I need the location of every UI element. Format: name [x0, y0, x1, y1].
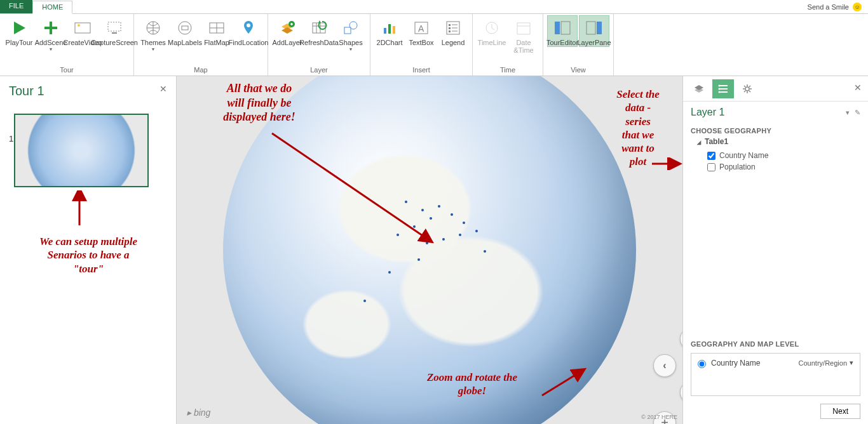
svg-rect-12: [384, 28, 386, 34]
svg-rect-5: [182, 26, 188, 30]
scene-thumbnail[interactable]: [14, 114, 149, 187]
shapes-button[interactable]: Shapes▾: [336, 15, 366, 53]
bing-logo: ▸ bing: [187, 407, 210, 418]
svg-rect-14: [393, 26, 395, 34]
themes-icon: [144, 18, 163, 37]
layer-pane-icon: [585, 18, 604, 37]
svg-point-31: [719, 84, 721, 86]
field-population[interactable]: Population: [697, 161, 860, 173]
chart-icon: [380, 18, 399, 37]
group-insert-label: Insert: [374, 65, 468, 76]
shapes-icon: [341, 18, 360, 37]
svg-point-34: [745, 87, 749, 91]
rotate-left-button[interactable]: ‹: [653, 354, 676, 377]
scene-number: 1: [9, 134, 13, 143]
svg-rect-26: [597, 22, 602, 34]
arrow-icon: [651, 157, 682, 170]
svg-rect-2: [108, 22, 121, 31]
flat-map-button[interactable]: FlatMap: [201, 15, 232, 47]
layer-name: Layer 1: [691, 107, 724, 118]
refresh-data-button[interactable]: RefreshData: [304, 15, 334, 47]
plus-icon: [41, 18, 60, 37]
tab-home[interactable]: HOME: [32, 1, 72, 14]
close-icon[interactable]: ✕: [159, 84, 167, 94]
map-view[interactable]: All that we dowill finally bedisplayed h…: [177, 76, 682, 424]
svg-point-7: [247, 23, 250, 27]
capture-screen-button[interactable]: CaptureScreen: [99, 15, 130, 47]
group-view-label: View: [547, 65, 609, 76]
add-scene-button[interactable]: AddScene▾: [36, 15, 66, 53]
time-line-button: TimeLine: [477, 15, 507, 47]
video-icon: [73, 18, 92, 37]
legend-icon: [444, 18, 463, 37]
tour-editor-icon: [553, 18, 572, 37]
refresh-icon: [309, 18, 329, 37]
main-area: Tour 1 ✕ 1 We can setup multipleSenarios…: [0, 76, 868, 424]
find-location-icon: [239, 18, 258, 37]
geo-level-select[interactable]: Country/Region ▾: [799, 359, 853, 367]
send-a-smile-label: Send a Smile: [808, 3, 849, 11]
annotation-scenarios: We can setup multipleSenarios to have a"…: [15, 235, 161, 275]
here-attribution: © 2017 HERE: [641, 414, 677, 420]
chevron-down-icon: ▾: [850, 359, 853, 367]
globe[interactable]: [223, 76, 636, 424]
send-a-smile[interactable]: Send a Smile ☺: [808, 0, 868, 13]
group-map-label: Map: [138, 65, 264, 76]
svg-rect-0: [75, 23, 90, 33]
svg-point-11: [349, 22, 357, 29]
group-tour-label: Tour: [4, 65, 130, 76]
smile-icon: ☺: [853, 3, 862, 11]
date-time-button: Date &Time: [508, 15, 539, 55]
table-node[interactable]: Table1: [697, 137, 860, 146]
tab-file[interactable]: FILE: [0, 0, 32, 13]
layer-pane-button[interactable]: LayerPane: [579, 15, 609, 47]
2d-chart-button[interactable]: 2DChart: [374, 15, 405, 47]
svg-text:A: A: [418, 23, 424, 34]
svg-rect-10: [344, 27, 351, 34]
add-layer-button[interactable]: AddLayer: [272, 15, 302, 47]
layer-dropdown-icon[interactable]: ▾: [846, 109, 850, 117]
edit-icon[interactable]: ✎: [855, 109, 860, 117]
layer-tab-fields[interactable]: [712, 79, 734, 98]
svg-rect-18: [449, 24, 451, 26]
svg-rect-24: [561, 22, 570, 34]
svg-rect-19: [449, 27, 451, 29]
play-tour-button[interactable]: PlayTour: [4, 15, 34, 47]
themes-button[interactable]: Themes▾: [138, 15, 168, 53]
datetime-icon: [514, 18, 533, 37]
svg-point-32: [719, 88, 721, 89]
text-box-button[interactable]: ATextBox: [406, 15, 437, 47]
flat-map-icon: [207, 18, 226, 37]
close-icon[interactable]: ✕: [854, 83, 862, 93]
geo-level-radio[interactable]: [698, 360, 706, 368]
layer-tab-settings[interactable]: [736, 79, 758, 98]
svg-rect-25: [587, 22, 595, 34]
find-location-button[interactable]: FindLocation: [233, 15, 264, 47]
geo-level-name: Country Name: [711, 359, 794, 368]
textbox-icon: A: [412, 18, 431, 37]
map-labels-icon: [175, 18, 194, 37]
timeline-icon: [482, 18, 501, 37]
tour-panel: Tour 1 ✕ 1 We can setup multipleSenarios…: [0, 76, 177, 424]
tour-editor-button[interactable]: TourEditor: [547, 15, 578, 47]
geo-map-level-label: GEOGRAPHY AND MAP LEVEL: [683, 336, 868, 350]
next-button[interactable]: Next: [820, 404, 860, 419]
layer-tab-layers[interactable]: [688, 79, 710, 98]
tab-strip: FILE HOME Send a Smile ☺: [0, 0, 868, 14]
choose-geography-label: CHOOSE GEOGRAPHY: [683, 123, 868, 137]
map-labels-button[interactable]: MapLabels: [170, 15, 200, 47]
svg-point-33: [719, 91, 721, 93]
svg-rect-20: [449, 30, 451, 32]
field-country-name[interactable]: Country Name: [697, 150, 860, 161]
svg-point-1: [78, 24, 80, 27]
ribbon: PlayTour AddScene▾ CreateVideo CaptureSc…: [0, 14, 868, 76]
legend-button[interactable]: Legend: [438, 15, 468, 47]
group-layer-label: Layer: [272, 65, 366, 76]
group-time-label: Time: [477, 65, 539, 76]
svg-rect-13: [388, 24, 391, 34]
svg-rect-23: [555, 22, 560, 34]
capture-icon: [105, 18, 124, 37]
checkbox-country[interactable]: [707, 152, 715, 160]
layer-pane: ✕ Layer 1 ▾ ✎ CHOOSE GEOGRAPHY Table1 Co…: [682, 76, 868, 424]
checkbox-population[interactable]: [707, 163, 715, 171]
